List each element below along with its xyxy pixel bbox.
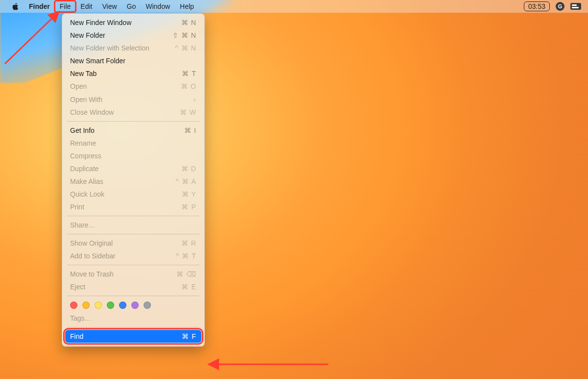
menu-item-show-original: Show Original⌘ R — [62, 237, 204, 250]
menu-item-label: New Folder — [70, 31, 105, 39]
menu-separator — [67, 216, 199, 216]
tag-color-dot[interactable] — [144, 302, 151, 309]
menubar-app[interactable]: Finder — [24, 1, 55, 12]
menubar-clock[interactable]: 03:53 — [524, 1, 550, 11]
menu-item-label: New Finder Window — [70, 19, 131, 26]
menu-separator — [67, 121, 199, 122]
control-center-icon[interactable] — [570, 3, 581, 10]
menubar-item-view[interactable]: View — [97, 1, 122, 12]
menubar-item-window[interactable]: Window — [141, 1, 175, 12]
menu-item-close-window: Close Window⌘ W — [62, 106, 204, 119]
menu-item-open-with: Open With› — [62, 93, 204, 106]
menubar-item-file[interactable]: File — [55, 1, 76, 12]
menu-item-find[interactable]: Find⌘ F — [65, 330, 201, 343]
tag-color-dot[interactable] — [70, 302, 77, 309]
menu-item-rename: Rename — [62, 137, 204, 150]
menu-item-label: New Smart Folder — [70, 57, 125, 65]
menu-item-shortcut: ⌘ P — [181, 203, 196, 211]
menu-item-label: Tags… — [70, 314, 92, 322]
menu-item-share: Share… — [62, 219, 204, 231]
menu-item-label: Open — [70, 82, 87, 90]
menu-item-label: Close Window — [70, 108, 114, 116]
menu-item-new-smart-folder[interactable]: New Smart Folder — [62, 54, 204, 67]
menu-item-label: New Tab — [70, 70, 97, 77]
menu-item-label: Share… — [70, 221, 95, 229]
menu-item-new-folder-with-selection: New Folder with Selection^ ⌘ N — [62, 42, 204, 54]
menu-item-quick-look: Quick Look⌘ Y — [62, 188, 204, 201]
tag-color-dot[interactable] — [107, 302, 114, 309]
grammarly-menubar-icon[interactable]: G — [556, 2, 564, 11]
menu-item-shortcut: ^ ⌘ T — [176, 252, 196, 260]
menu-item-label: Show Original — [70, 239, 113, 247]
menu-item-move-to-trash: Move to Trash⌘ ⌫ — [62, 268, 204, 280]
menu-item-shortcut: ⌘ ⌫ — [176, 270, 196, 278]
tag-color-dot[interactable] — [131, 302, 139, 309]
menu-separator — [67, 296, 199, 296]
menu-item-label: Rename — [70, 139, 96, 147]
menu-item-new-folder[interactable]: New Folder⇧ ⌘ N — [62, 29, 204, 42]
menu-item-get-info[interactable]: Get Info⌘ I — [62, 124, 204, 137]
menu-item-label: Duplicate — [70, 165, 98, 173]
menu-separator — [67, 234, 199, 234]
menu-item-shortcut: ⇧ ⌘ N — [172, 31, 197, 39]
menu-item-label: Find — [70, 332, 83, 340]
menu-item-print: Print⌘ P — [62, 201, 204, 213]
menu-item-shortcut: ⌘ R — [181, 239, 196, 247]
menu-item-label: Print — [70, 203, 84, 211]
menu-tag-colors — [62, 299, 204, 312]
menu-item-new-tab[interactable]: New Tab⌘ T — [62, 67, 204, 80]
menu-item-label: Move to Trash — [70, 270, 114, 278]
menubar-item-help[interactable]: Help — [175, 1, 199, 12]
menubar: Finder FileEditViewGoWindowHelp 03:53 G — [0, 0, 588, 13]
menu-item-shortcut: ⌘ Y — [182, 190, 196, 198]
menu-separator — [67, 265, 199, 265]
menu-item-shortcut: ⌘ F — [182, 332, 196, 340]
tag-color-dot[interactable] — [119, 302, 126, 309]
menu-item-label: Quick Look — [70, 190, 104, 198]
menu-item-label: Make Alias — [70, 177, 103, 185]
menu-item-shortcut: ⌘ W — [180, 108, 196, 116]
menu-item-open: Open⌘ O — [62, 80, 204, 93]
menu-item-label: Open With — [70, 96, 102, 103]
menu-item-shortcut: ⌘ N — [181, 19, 196, 26]
menu-item-shortcut: ⌘ E — [181, 283, 196, 291]
menu-item-shortcut: ⌘ D — [181, 165, 196, 173]
menubar-item-edit[interactable]: Edit — [75, 1, 97, 12]
menu-item-label: Get Info — [70, 126, 95, 134]
menu-item-shortcut: › — [194, 95, 196, 103]
menu-item-new-finder-window[interactable]: New Finder Window⌘ N — [62, 16, 204, 29]
menu-item-add-to-sidebar: Add to Sidebar^ ⌘ T — [62, 250, 204, 262]
menu-item-duplicate: Duplicate⌘ D — [62, 162, 204, 175]
menu-item-shortcut: ^ ⌘ A — [175, 177, 196, 185]
tag-color-dot[interactable] — [95, 302, 102, 309]
apple-menu-icon[interactable] — [7, 1, 24, 12]
menubar-item-go[interactable]: Go — [122, 1, 141, 12]
menu-item-label: Eject — [70, 283, 85, 291]
menu-item-label: Add to Sidebar — [70, 252, 116, 260]
file-menu-dropdown: New Finder Window⌘ NNew Folder⇧ ⌘ NNew F… — [62, 13, 205, 347]
menu-item-eject: Eject⌘ E — [62, 280, 204, 293]
menu-item-make-alias: Make Alias^ ⌘ A — [62, 175, 204, 188]
menu-item-label: New Folder with Selection — [70, 44, 149, 52]
menu-item-shortcut: ⌘ O — [181, 82, 196, 90]
menu-item-shortcut: ⌘ I — [184, 126, 196, 134]
menu-item-tags: Tags… — [62, 312, 204, 325]
menu-item-label: Compress — [70, 152, 101, 160]
menu-item-shortcut: ⌘ T — [182, 70, 196, 77]
tag-color-dot[interactable] — [82, 302, 90, 309]
menu-item-compress: Compress — [62, 150, 204, 162]
menu-separator — [67, 327, 199, 328]
menu-item-shortcut: ^ ⌘ N — [175, 44, 196, 52]
